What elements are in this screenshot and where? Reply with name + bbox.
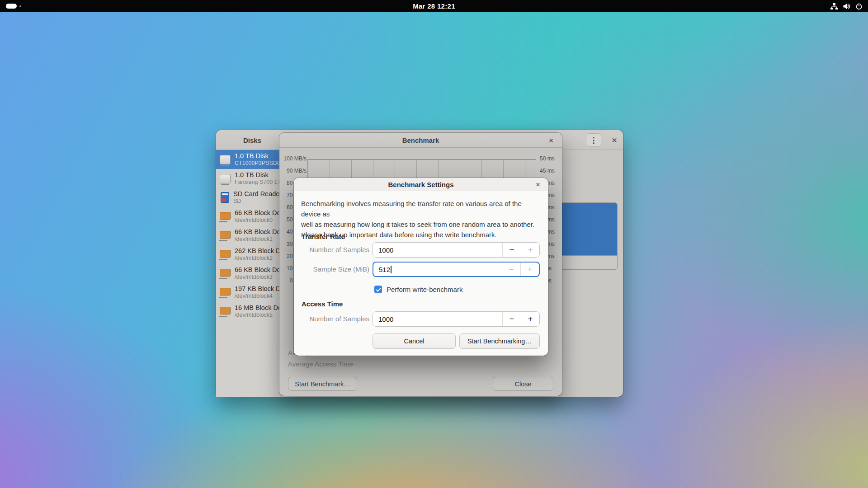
y2-axis-tick: 50 ms <box>540 155 555 162</box>
settings-title-text: Benchmark Settings <box>388 181 453 188</box>
write-benchmark-label: Perform write-benchmark <box>387 286 462 293</box>
block-device-icon <box>220 250 231 258</box>
block-device-icon <box>220 288 231 296</box>
sample-size-input[interactable]: 512 <box>373 263 502 276</box>
disks-close-icon[interactable]: × <box>607 133 622 147</box>
benchmark-title-text: Benchmark <box>402 136 439 144</box>
power-icon <box>855 3 863 10</box>
benchmark-close-icon[interactable]: × <box>545 134 557 147</box>
disks-title-text: Disks <box>243 136 261 144</box>
checkbox-checked-icon[interactable] <box>374 286 382 293</box>
network-icon <box>830 3 838 10</box>
write-benchmark-checkbox-row[interactable]: Perform write-benchmark <box>374 286 462 293</box>
start-benchmark-button[interactable]: Start Benchmark… <box>288 377 357 391</box>
device-subtitle: SD <box>233 198 282 204</box>
access-samples-label: Number of Samples <box>300 311 369 327</box>
workspace-dot-icon <box>19 5 21 7</box>
plus-button[interactable]: + <box>521 243 539 257</box>
top-bar: Mar 28 12:21 <box>0 0 868 12</box>
cancel-button[interactable]: Cancel <box>373 333 456 349</box>
device-title: 1.0 TB Disk <box>235 152 280 160</box>
minus-button[interactable]: − <box>502 263 520 276</box>
transfer-samples-field: 1000 − + <box>373 242 540 258</box>
transfer-rate-heading: Transfer Rate <box>302 233 345 240</box>
desktop: Mar 28 12:21 <box>0 0 868 488</box>
close-button[interactable]: Close <box>493 377 553 391</box>
y-axis-tick: 90 MB/s <box>283 168 307 174</box>
y2-axis-tick: 45 ms <box>540 168 555 174</box>
sample-size-field: 512 − + <box>373 262 540 277</box>
text-cursor <box>391 266 392 273</box>
minus-button[interactable]: − <box>502 243 521 257</box>
device-title: SD Card Reader <box>233 190 282 198</box>
hard-disk-icon <box>220 155 231 164</box>
clock[interactable]: Mar 28 12:21 <box>413 2 455 10</box>
device-subtitle: Fanxiang S700 1TB <box>235 179 285 185</box>
menu-button[interactable]: ⋮ <box>586 133 601 147</box>
transfer-samples-label: Number of Samples <box>300 242 369 258</box>
volume-icon <box>843 3 850 10</box>
block-device-icon <box>220 231 231 239</box>
block-device-icon <box>220 212 231 220</box>
block-device-icon <box>220 269 231 277</box>
settings-headerbar: Benchmark Settings × <box>294 178 548 191</box>
sd-card-icon <box>221 192 229 203</box>
hard-disk-icon <box>220 174 231 183</box>
activities-indicator[interactable] <box>6 0 21 12</box>
sample-size-value: 512 <box>379 266 390 273</box>
device-title: 1.0 TB Disk <box>235 171 285 179</box>
access-samples-field: 1000 − + <box>373 311 540 327</box>
y-axis-tick: 100 MB/s <box>283 155 307 162</box>
sample-size-label: Sample Size (MiB) <box>300 262 369 277</box>
minus-button[interactable]: − <box>502 312 521 326</box>
access-samples-value: 1000 <box>378 315 393 323</box>
average-access-time-value: – <box>352 360 355 368</box>
start-benchmarking-button[interactable]: Start Benchmarking… <box>459 333 540 349</box>
activities-pill-icon <box>6 4 17 9</box>
settings-close-icon[interactable]: × <box>532 178 544 191</box>
plus-button[interactable]: + <box>521 312 539 326</box>
window-title: Disks <box>216 130 288 150</box>
benchmark-settings-dialog: Benchmark Settings × Benchmarking involv… <box>294 178 548 356</box>
benchmark-headerbar: Benchmark × <box>279 133 562 148</box>
average-access-time-label: Average Access Time <box>288 360 353 368</box>
plus-button[interactable]: + <box>520 263 539 276</box>
transfer-samples-value: 1000 <box>378 246 393 254</box>
transfer-samples-input[interactable]: 1000 <box>373 243 502 257</box>
access-time-heading: Access Time <box>302 300 343 308</box>
access-samples-input[interactable]: 1000 <box>373 312 502 326</box>
device-subtitle: CT1000P3PSSD8 <box>235 160 280 166</box>
block-device-icon <box>220 307 231 314</box>
system-tray[interactable] <box>830 0 863 12</box>
